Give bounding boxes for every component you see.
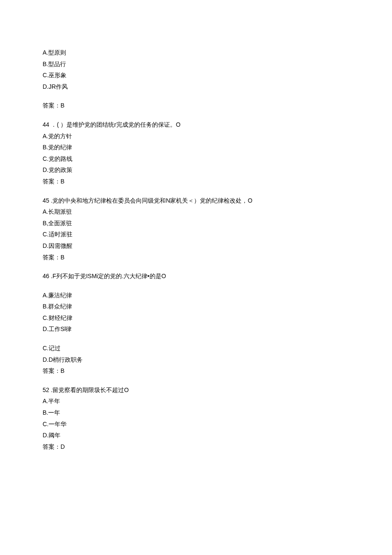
spacer: [43, 263, 392, 270]
spacer: [43, 335, 392, 343]
q43-option-b: B.型品行: [43, 58, 392, 70]
q46-question: 46 .F列不如于党ISMi定的党的.六大纪律•的是O: [43, 270, 392, 282]
q44-option-b: B.党的纪律: [43, 142, 392, 153]
q44-option-c: C.党的路线: [43, 153, 392, 165]
spacer: [43, 282, 392, 290]
q52-option-b: B.一年: [43, 407, 392, 418]
q52-option-a: A.半年: [43, 395, 392, 407]
q44-option-d: D.党的政策: [43, 164, 392, 176]
content-body: A.型原则B.型品行C.巫形象D.JR作风答案：B44 ．( ）是维护党的团结统…: [43, 47, 392, 452]
q45-answer: 答案：B: [43, 252, 392, 263]
q52-option-c: C.一年华: [43, 418, 392, 430]
spacer: [43, 187, 392, 195]
q45-option-b: B,全面派驻: [43, 218, 392, 229]
q46-option-d: D.工作Sl律: [43, 323, 392, 335]
q51-option-c: C.记过: [43, 343, 392, 354]
spacer: [43, 111, 392, 119]
q51-option-d: D.D梢行政职务: [43, 354, 392, 366]
q45-option-a: A.长期派驻: [43, 206, 392, 218]
q45-option-d: D.因需微醒: [43, 240, 392, 252]
document-page: A.型原则B.型品行C.巫形象D.JR作风答案：B44 ．( ）是维护党的团结统…: [0, 0, 392, 555]
q43-option-c: C.巫形象: [43, 70, 392, 81]
q51-answer: 答案：B: [43, 365, 392, 377]
q45-question: 45 .党的中央和地方纪律检在委员会向同级党和N家机关＜）党的纪律检改处，O: [43, 195, 392, 206]
q46-option-a: A.廉沽纪律: [43, 290, 392, 301]
q45-option-c: C.适时派驻: [43, 229, 392, 240]
spacer: [43, 377, 392, 384]
q46-option-b: B.群众纪律: [43, 301, 392, 312]
q52-question: 52 .留党察看的期限圾长不超过O: [43, 384, 392, 396]
spacer: [43, 92, 392, 100]
q43-option-d: D.JR作风: [43, 81, 392, 93]
q43-option-a: A.型原则: [43, 47, 392, 58]
q44-answer: 答案：B: [43, 176, 392, 187]
q46-option-c: C.财经纪律: [43, 312, 392, 324]
q52-option-d: D.阈年: [43, 430, 392, 441]
q52-answer: 答案：D: [43, 441, 392, 453]
q43-answer: 答案：B: [43, 100, 392, 111]
q44-option-a: A.党的方针: [43, 131, 392, 142]
q44-question: 44 ．( ）是维护党的团结统r完成党的任务的保证。O: [43, 119, 392, 131]
